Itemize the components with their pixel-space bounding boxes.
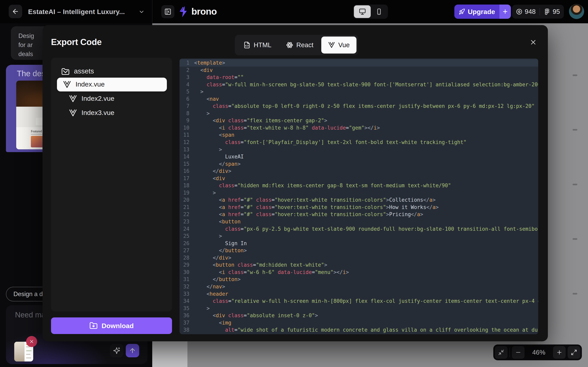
code-line-31: 31 </button> xyxy=(180,276,538,283)
arrow-left-icon xyxy=(12,8,19,15)
code-line-8: 8 > xyxy=(180,110,538,117)
credits-pill[interactable]: 948 95 xyxy=(512,5,564,18)
brono-logo-icon xyxy=(178,6,190,18)
file-label: Index3.vue xyxy=(81,109,114,117)
code-line-12: 12 class="font-['Playfair_Display'] text… xyxy=(180,139,538,146)
canvas-handle-dot[interactable] xyxy=(573,75,577,76)
folder-download-icon xyxy=(89,322,98,330)
figma-credits: 95 xyxy=(553,8,560,15)
code-line-1: 1<template> xyxy=(180,59,538,67)
close-modal-button[interactable] xyxy=(528,38,538,47)
top-bar: EstateAI – Intelligent Luxury... brono U… xyxy=(0,0,588,23)
code-editor[interactable]: 1<template>2 <div3 data-root=""4 class="… xyxy=(180,58,538,334)
code-line-30: 30 <i class="w-6 h-6" data-lucide="menu"… xyxy=(180,269,538,276)
upgrade-button[interactable]: Upgrade xyxy=(454,5,499,19)
figma-icon xyxy=(544,8,550,15)
magic-enhance-button[interactable] xyxy=(110,344,123,357)
code-line-5: 5 > xyxy=(180,88,538,95)
code-line-16: 16 </div> xyxy=(180,167,538,175)
code-line-18: 18 class="hidden md:flex items-center ga… xyxy=(180,182,538,189)
close-icon xyxy=(529,39,537,46)
code-line-7: 7 class="absolute top-0 left-0 right-0 z… xyxy=(180,102,538,110)
chevron-down-icon xyxy=(61,67,69,76)
code-line-21: 21 <a href="#" class="hover:text-white t… xyxy=(180,204,538,211)
code-line-17: 17 <div xyxy=(180,175,538,182)
close-icon xyxy=(29,339,34,344)
code-line-25: 25 > xyxy=(180,233,538,240)
code-line-13: 13 > xyxy=(180,146,538,153)
file-item-index2.vue[interactable]: Index2.vue xyxy=(57,92,167,106)
code-line-4: 4 class="w-full min-h-screen bg-slate-50… xyxy=(180,81,538,88)
code-line-23: 23 <button xyxy=(180,218,538,225)
canvas-handle-dot[interactable] xyxy=(573,184,577,185)
tab-label: Vue xyxy=(338,41,350,49)
code-line-2: 2 <div xyxy=(180,67,538,74)
download-button[interactable]: Download xyxy=(51,317,172,334)
tab-label: React xyxy=(296,41,313,49)
tab-react[interactable]: React xyxy=(279,37,320,54)
desktop-view-button[interactable] xyxy=(354,5,371,18)
fullscreen-button[interactable] xyxy=(568,346,580,359)
maximize-icon xyxy=(571,349,577,356)
code-line-3: 3 data-root="" xyxy=(180,74,538,81)
divider xyxy=(510,347,510,357)
tab-vue[interactable]: Vue xyxy=(321,37,356,54)
smartphone-icon xyxy=(376,8,382,15)
divider xyxy=(152,0,152,23)
folder-row-assets[interactable]: assets xyxy=(51,64,172,79)
attachment-doc-line xyxy=(26,358,31,358)
sparkles-icon xyxy=(113,347,120,354)
canvas-page-edge xyxy=(151,341,187,367)
code-line-24: 24 class="px-6 py-2.5 bg-white text-slat… xyxy=(180,225,538,233)
plus-icon xyxy=(556,349,562,356)
tab-html[interactable]: HTML xyxy=(237,37,278,54)
attachment-doc-line xyxy=(26,350,32,351)
tab-label: HTML xyxy=(254,41,271,49)
export-code-modal: Export Code HTMLReactVue assets Index.vu… xyxy=(43,25,548,341)
toggle-sidebar-button[interactable] xyxy=(161,5,174,18)
avatar[interactable] xyxy=(569,4,584,19)
code-line-33: 33 <header xyxy=(180,290,538,298)
canvas-handle-dot[interactable] xyxy=(573,293,577,294)
mobile-view-button[interactable] xyxy=(371,5,387,18)
zoom-in-button[interactable] xyxy=(553,346,566,359)
vue-file-icon xyxy=(63,80,71,89)
remove-attachment-button[interactable] xyxy=(26,336,37,347)
divider xyxy=(540,8,540,15)
file-item-index3.vue[interactable]: Index3.vue xyxy=(57,106,167,120)
code-line-15: 15 </span> xyxy=(180,160,538,168)
monitor-icon xyxy=(359,8,366,15)
add-credits-button[interactable]: + xyxy=(499,5,511,19)
code-line-38: 38 alt="wide shot of a futuristic modern… xyxy=(180,326,538,334)
code-line-10: 10 <i class="text-white w-8 h-8" data-lu… xyxy=(180,124,538,132)
send-button[interactable] xyxy=(126,344,139,357)
file-item-index.vue[interactable]: Index.vue xyxy=(57,78,167,92)
upgrade-label: Upgrade xyxy=(468,8,495,16)
code-line-14: 14 LuxeAI xyxy=(180,153,538,160)
zoom-toolbar: 46% xyxy=(493,344,582,360)
attachment-doc-line xyxy=(26,354,30,355)
rocket-icon xyxy=(459,8,465,15)
zoom-level: 46% xyxy=(527,349,551,356)
code-line-11: 11 <span xyxy=(180,131,538,139)
code-line-28: 28 </div> xyxy=(180,254,538,261)
download-label: Download xyxy=(102,322,134,330)
back-button[interactable] xyxy=(9,5,22,18)
credit-token-icon xyxy=(516,8,522,15)
canvas-handle-dot[interactable] xyxy=(573,129,577,131)
attachment-photo xyxy=(14,342,25,361)
fit-to-screen-button[interactable] xyxy=(495,346,508,359)
upgrade-group: Upgrade + xyxy=(454,5,511,19)
brand-name[interactable]: brono xyxy=(191,0,217,23)
code-line-26: 26 Sign In xyxy=(180,240,538,247)
token-credits: 948 xyxy=(525,8,536,15)
project-title[interactable]: EstateAI – Intelligent Luxury... xyxy=(28,0,125,23)
code-line-22: 22 <a href="#" class="hover:text-white t… xyxy=(180,211,538,218)
canvas-handle-dot[interactable] xyxy=(573,238,577,240)
code-line-32: 32 </nav> xyxy=(180,283,538,290)
zoom-out-button[interactable] xyxy=(512,346,525,359)
code-line-37: 37 <img xyxy=(180,319,538,326)
device-toggle xyxy=(353,5,388,19)
chevron-down-icon[interactable] xyxy=(138,9,145,15)
panel-left-icon xyxy=(164,8,171,15)
